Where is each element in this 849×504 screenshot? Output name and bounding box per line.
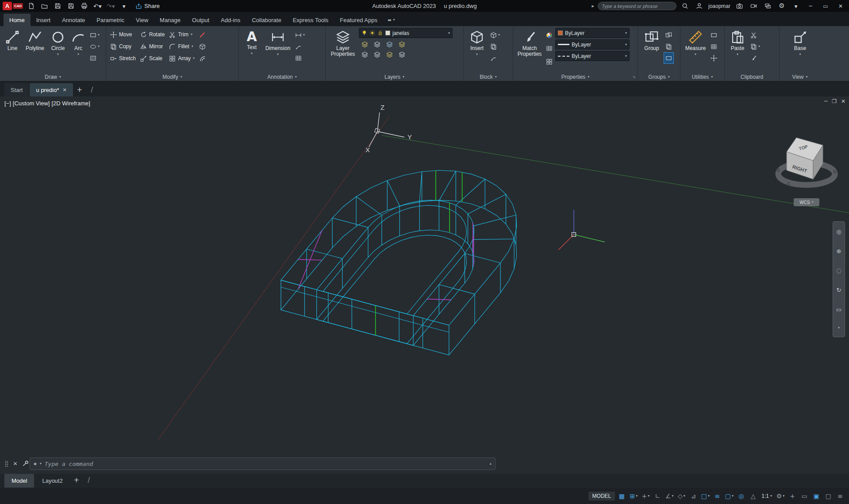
- autocad-logo[interactable]: A CAD: [3, 2, 23, 10]
- orbit-icon[interactable]: [837, 287, 841, 293]
- tab-insert[interactable]: Insert: [31, 14, 57, 26]
- lineweight-dropdown[interactable]: ByLayer: [555, 39, 630, 50]
- selection-cycling-toggle[interactable]: [724, 491, 734, 501]
- ribbon-collapse-button[interactable]: [388, 14, 395, 26]
- polyline-button[interactable]: Polyline: [23, 28, 46, 51]
- quick-calculator-button[interactable]: [709, 41, 718, 52]
- layer-on-button[interactable]: [359, 50, 371, 59]
- tab-annotate[interactable]: Annotate: [56, 14, 91, 26]
- object-isolate-button[interactable]: [787, 491, 798, 501]
- graphics-performance-toggle[interactable]: [811, 491, 822, 501]
- properties-panel-label[interactable]: Properties: [513, 73, 638, 81]
- tab-collaborate[interactable]: Collaborate: [246, 14, 287, 26]
- multileader-button[interactable]: [294, 41, 306, 52]
- isodraft-toggle[interactable]: [676, 491, 687, 501]
- view-cube[interactable]: S E N RIGHT TOP WCS: [772, 132, 847, 212]
- search-input[interactable]: [598, 2, 676, 10]
- screen-record-icon[interactable]: [748, 1, 759, 11]
- table-button[interactable]: [294, 53, 306, 63]
- tab-view[interactable]: View: [130, 14, 154, 26]
- model-space-toggle[interactable]: MODEL: [588, 492, 615, 500]
- viewport-restore-icon[interactable]: [832, 99, 837, 104]
- file-tab-start[interactable]: Start: [4, 83, 29, 96]
- object-color-dropdown[interactable]: ByLayer: [555, 28, 630, 38]
- settings-gear-icon[interactable]: [776, 1, 787, 11]
- tab-express-tools[interactable]: Express Tools: [287, 14, 334, 26]
- user-icon[interactable]: [694, 1, 705, 11]
- undo-button[interactable]: [92, 1, 103, 11]
- copy-button[interactable]: Copy: [109, 41, 137, 52]
- quick-access-menu-button[interactable]: [119, 1, 129, 11]
- minimize-window-button[interactable]: [805, 1, 816, 11]
- erase-button[interactable]: [198, 29, 207, 40]
- file-tab-document[interactable]: u predio*: [30, 83, 73, 96]
- windows-icon[interactable]: [762, 1, 773, 11]
- group-edit-button[interactable]: [664, 41, 673, 52]
- trim-button[interactable]: Trim: [168, 29, 196, 40]
- insert-block-button[interactable]: Insert: [466, 28, 488, 56]
- layer-properties-button[interactable]: Layer Properties: [328, 28, 357, 57]
- offset-button[interactable]: [198, 53, 207, 64]
- tab-home[interactable]: Home: [4, 14, 31, 26]
- move-button[interactable]: Move: [109, 29, 137, 40]
- transparency-button[interactable]: [545, 56, 554, 67]
- layout2-tab[interactable]: Layout2: [35, 474, 69, 488]
- viewport-minimize-icon[interactable]: [824, 99, 827, 104]
- new-drawing-tab-button[interactable]: [74, 84, 85, 96]
- properties-launcher-icon[interactable]: [632, 75, 635, 79]
- annotation-scale-control[interactable]: 1:1: [760, 493, 774, 499]
- redo-button[interactable]: [105, 1, 116, 11]
- viewport-close-icon[interactable]: [841, 99, 845, 104]
- layers-panel-label[interactable]: Layers: [326, 73, 463, 81]
- snap-mode-toggle[interactable]: [628, 491, 639, 501]
- viewport-view-control[interactable]: [Custom View]: [13, 100, 50, 107]
- units-button[interactable]: [799, 491, 810, 501]
- grid-toggle[interactable]: [616, 491, 627, 501]
- command-expand-icon[interactable]: [490, 462, 492, 466]
- infer-constraints-toggle[interactable]: [640, 491, 651, 501]
- navigation-wheel-icon[interactable]: [836, 229, 841, 235]
- restore-window-button[interactable]: [820, 1, 831, 11]
- rectangle-button[interactable]: [88, 30, 101, 40]
- tab-add-ins[interactable]: Add-ins: [215, 14, 246, 26]
- fillet-button[interactable]: Fillet: [168, 41, 196, 52]
- cut-clip-button[interactable]: [749, 30, 761, 40]
- create-block-button[interactable]: [489, 30, 501, 40]
- base-view-button[interactable]: Base: [790, 28, 811, 56]
- close-file-tab-icon[interactable]: [63, 88, 67, 92]
- linear-dimension-button[interactable]: [294, 30, 306, 40]
- array-button[interactable]: Array: [168, 53, 196, 64]
- tab-parametric[interactable]: Parametric: [91, 14, 130, 26]
- list-properties-button[interactable]: [545, 43, 554, 54]
- showmotion-icon[interactable]: [836, 307, 841, 312]
- screenshot-icon[interactable]: [734, 1, 745, 11]
- clipboard-panel-label[interactable]: Clipboard: [725, 73, 779, 81]
- layer-dropdown[interactable]: janelas: [359, 28, 453, 38]
- quick-select-button[interactable]: [709, 30, 718, 40]
- layer-thaw-button[interactable]: [384, 50, 396, 59]
- open-file-button[interactable]: [39, 1, 50, 11]
- navbar-more-icon[interactable]: [838, 326, 840, 330]
- object-snap-toggle[interactable]: [700, 491, 711, 501]
- modify-panel-label[interactable]: Modify: [106, 73, 238, 81]
- command-close-icon[interactable]: [13, 461, 18, 466]
- ellipse-button[interactable]: [88, 41, 101, 52]
- measure-button[interactable]: Measure: [683, 28, 708, 56]
- annotation-panel-label[interactable]: Annotation: [239, 73, 325, 81]
- 3d-object-snap-toggle[interactable]: [736, 491, 746, 501]
- wcs-menu[interactable]: WCS: [794, 198, 819, 206]
- mirror-button[interactable]: Mirror: [139, 41, 166, 52]
- ungroup-button[interactable]: [664, 30, 673, 40]
- command-recent-icon[interactable]: [34, 462, 37, 466]
- arc-button[interactable]: Arc: [69, 28, 87, 56]
- navigation-bar[interactable]: [833, 221, 845, 337]
- groups-panel-label[interactable]: Groups: [638, 73, 680, 81]
- close-window-button[interactable]: [835, 1, 846, 11]
- layer-freeze-button[interactable]: [384, 39, 396, 49]
- draw-panel-label[interactable]: Draw: [0, 73, 106, 81]
- explode-button[interactable]: [198, 41, 207, 52]
- share-button[interactable]: Share: [135, 3, 160, 9]
- layer-off-button[interactable]: [359, 39, 371, 49]
- block-panel-label[interactable]: Block: [464, 73, 513, 81]
- layer-unlock-button[interactable]: [396, 50, 408, 59]
